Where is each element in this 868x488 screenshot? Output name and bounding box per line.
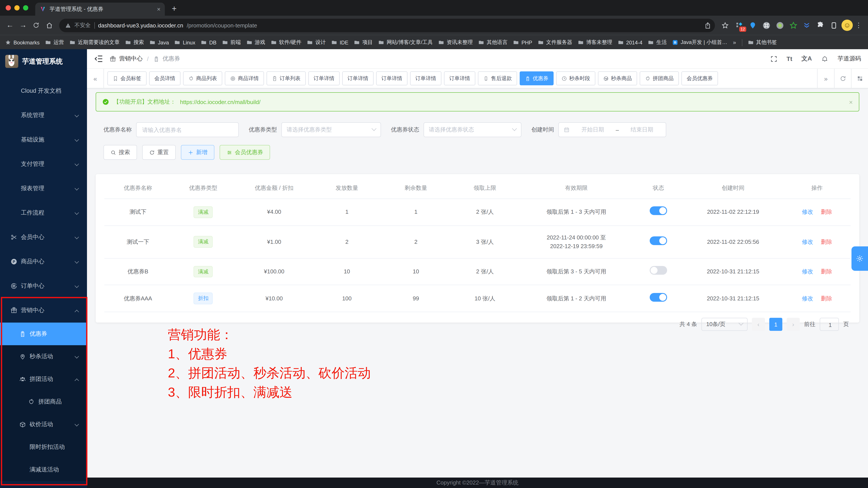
window-minimize-button[interactable] <box>14 5 20 10</box>
bookmark-item[interactable]: 游戏 <box>247 39 265 46</box>
bookmark-item[interactable]: 其他书签 <box>748 39 777 46</box>
username[interactable]: 芋道源码 <box>838 55 861 63</box>
sidebar-item[interactable]: 拼团活动 <box>0 368 87 391</box>
sidebar-item[interactable]: 限时折扣活动 <box>0 436 87 458</box>
forward-button[interactable]: → <box>17 19 30 32</box>
sidebar-item[interactable]: 报表管理 <box>0 176 87 201</box>
delete-link[interactable]: 删除 <box>821 208 832 215</box>
scroll-right-button[interactable]: » <box>817 69 834 88</box>
layout-setting-button[interactable] <box>851 69 868 88</box>
bookmark-item[interactable]: 资讯未整理 <box>438 39 473 46</box>
tag-view-tab[interactable]: 订单详情 <box>410 71 441 85</box>
reset-button[interactable]: 重置 <box>142 145 176 160</box>
tag-view-tab[interactable]: 售后退款 <box>478 71 517 85</box>
sidebar-item[interactable]: 商品中心 <box>0 250 87 274</box>
sidebar-item[interactable]: 会员中心 <box>0 225 87 250</box>
share-icon[interactable] <box>704 22 711 29</box>
sidebar-item[interactable]: 拼团商品 <box>0 391 87 413</box>
search-button[interactable]: 搜索 <box>103 145 137 160</box>
bookmark-item[interactable]: 近期需要读的文章 <box>69 39 120 46</box>
bookmark-item[interactable]: 前端 <box>222 39 241 46</box>
tag-view-tab[interactable]: 拼团商品 <box>640 71 679 85</box>
edit-link[interactable]: 修改 <box>802 208 813 215</box>
extension-chevrons-icon[interactable] <box>802 21 811 30</box>
font-size-icon[interactable]: Tt <box>786 55 792 62</box>
bookmark-item[interactable]: Java <box>150 39 169 46</box>
extensions-puzzle-icon[interactable] <box>816 21 825 30</box>
fullscreen-icon[interactable] <box>770 55 777 62</box>
tab-close-icon[interactable]: × <box>157 6 160 12</box>
sidebar-item[interactable]: 营销中心 <box>0 298 87 322</box>
sidebar-item[interactable]: Cloud 开发文档 <box>0 79 87 103</box>
tag-view-tab[interactable]: 会员详情 <box>149 71 181 85</box>
bookmark-item[interactable]: Linux <box>175 39 195 46</box>
collapse-sidebar-icon[interactable] <box>94 54 103 63</box>
bookmark-item[interactable]: Java开发 | 小组首… <box>672 39 727 46</box>
back-button[interactable]: ← <box>3 19 17 32</box>
add-button[interactable]: 新增 <box>181 145 214 160</box>
tag-view-tab[interactable]: 订单详情 <box>444 71 475 85</box>
tag-view-tab[interactable]: 会员优惠券 <box>681 71 718 85</box>
bookmark-item[interactable]: 2014-4 <box>618 39 643 46</box>
tag-view-tab[interactable]: 订单详情 <box>308 71 340 85</box>
home-button[interactable] <box>42 19 56 32</box>
tag-view-tab[interactable]: 秒杀商品 <box>598 71 637 85</box>
next-page-button[interactable]: › <box>787 318 800 331</box>
bookmark-item[interactable]: IDE <box>331 39 348 46</box>
sidebar-item[interactable]: 满减送活动 <box>0 458 87 481</box>
status-toggle[interactable] <box>650 266 667 275</box>
sidebar-item[interactable]: 秒杀活动 <box>0 345 87 368</box>
extension-star-icon[interactable] <box>789 21 798 30</box>
coupon-name-input[interactable] <box>141 126 234 134</box>
sidebar-item[interactable]: 优惠券 <box>0 322 87 345</box>
extension-drop-icon[interactable] <box>748 21 757 30</box>
tag-view-tab[interactable]: 订单详情 <box>376 71 407 85</box>
tag-view-tab[interactable]: 商品列表 <box>183 71 222 85</box>
scroll-left-button[interactable]: « <box>87 69 104 88</box>
delete-link[interactable]: 删除 <box>821 238 832 245</box>
status-toggle[interactable] <box>650 206 667 215</box>
new-tab-button[interactable]: + <box>172 4 177 13</box>
window-zoom-button[interactable] <box>23 5 28 10</box>
extension-diamond-icon[interactable]: 12 <box>735 21 744 30</box>
bookmark-item[interactable]: 设计 <box>307 39 326 46</box>
coupon-status-select[interactable]: 请选择优惠券状态 <box>424 122 521 137</box>
bookmark-item[interactable]: 运营 <box>45 39 64 46</box>
extension-recorder-icon[interactable] <box>775 21 784 30</box>
browser-menu-icon[interactable]: ⋮ <box>856 21 862 29</box>
date-range-picker[interactable]: 开始日期 – 结束日期 <box>558 122 666 137</box>
browser-profile-avatar[interactable]: ☺ <box>841 20 853 31</box>
tag-view-tab[interactable]: 优惠券 <box>520 71 554 85</box>
bookmark-item[interactable]: 搜索 <box>125 39 144 46</box>
bookmark-item[interactable]: 项目 <box>354 39 373 46</box>
bookmark-item[interactable]: 网站/博客/文章/工具 <box>378 39 433 46</box>
edit-link[interactable]: 修改 <box>802 238 813 245</box>
bookmark-star-button[interactable] <box>718 19 732 32</box>
page-size-select[interactable]: 10条/页 <box>702 318 748 331</box>
bookmark-item[interactable]: 软件/硬件 <box>271 39 302 46</box>
extension-command-icon[interactable] <box>762 21 771 30</box>
status-toggle[interactable] <box>650 236 667 245</box>
breadcrumb-first[interactable]: 营销中心 <box>119 55 143 63</box>
goto-page-input[interactable] <box>820 318 840 331</box>
banner-link[interactable]: https://doc.iocoder.cn/mall/build/ <box>180 98 260 105</box>
sidebar-item[interactable]: 订单中心 <box>0 274 87 298</box>
tag-view-tab[interactable]: 秒杀时段 <box>556 71 595 85</box>
bookmark-item[interactable]: 博客未整理 <box>578 39 612 46</box>
window-close-button[interactable] <box>6 5 11 10</box>
delete-link[interactable]: 删除 <box>821 295 832 302</box>
theme-settings-button[interactable] <box>851 247 868 271</box>
reload-button[interactable] <box>30 19 42 32</box>
bookmark-item[interactable]: 文件服务器 <box>538 39 572 46</box>
bookmark-item[interactable]: 生活 <box>648 39 666 46</box>
bookmark-item[interactable]: 其他语言 <box>478 39 507 46</box>
refresh-view-button[interactable] <box>834 69 851 88</box>
sidebar-item[interactable]: 系统管理 <box>0 103 87 127</box>
tag-view-tab[interactable]: 订单详情 <box>342 71 374 85</box>
edit-link[interactable]: 修改 <box>802 295 813 302</box>
bookmark-item[interactable]: PHP <box>513 39 532 46</box>
delete-link[interactable]: 删除 <box>821 268 832 275</box>
sidebar-item[interactable]: 砍价活动 <box>0 413 87 436</box>
bookmark-item[interactable] <box>742 39 742 46</box>
current-page-button[interactable]: 1 <box>769 318 782 331</box>
